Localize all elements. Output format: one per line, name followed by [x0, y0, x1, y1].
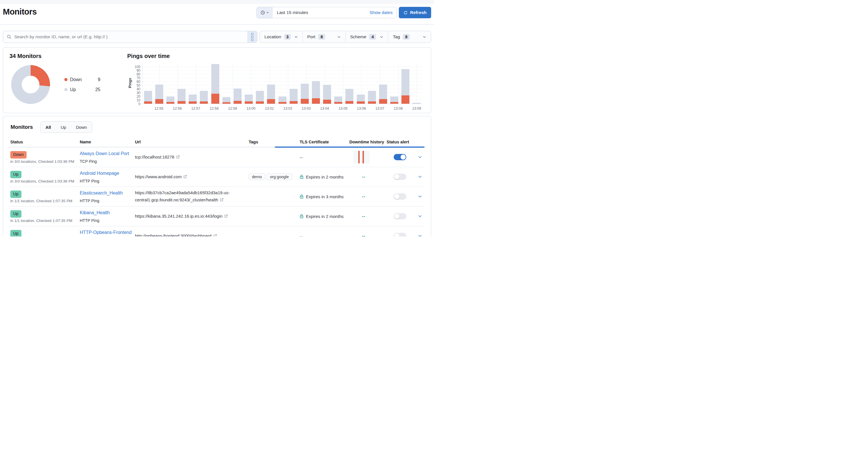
expand-row-button[interactable] [413, 155, 425, 159]
bar-up-segment [211, 64, 219, 94]
bar-down-segment [222, 102, 230, 104]
status-cell: Upin 3/3 locations, Checked 1:03:36 PM [8, 167, 78, 187]
search-box [3, 31, 257, 43]
monitor-url: https://8b37cb7ca2ae49ada54db165f32d3a19… [135, 190, 229, 202]
monitor-url: http://opbeans-frontend:3000/dashboard [135, 233, 217, 236]
external-link-icon[interactable] [213, 234, 217, 236]
status-alert-toggle[interactable] [394, 154, 406, 160]
downtime-bar [363, 151, 364, 163]
ping-bar [345, 89, 353, 104]
downtime-history-cell: -- [347, 214, 384, 219]
bar-up-segment [401, 69, 409, 95]
status-alert-toggle[interactable] [394, 193, 406, 200]
status-alert-cell [384, 213, 413, 219]
filter-tag-button[interactable]: Tag8 [388, 31, 431, 42]
view-tab-up[interactable]: Up [56, 122, 71, 133]
bar-down-segment [144, 101, 152, 104]
status-badge: Up [10, 191, 22, 198]
ping-bar [267, 85, 275, 104]
filter-count-badge: 3 [284, 34, 291, 40]
status-badge: Down [10, 151, 27, 159]
monitor-name-link[interactable]: Always Down Local Port [80, 151, 133, 156]
status-badge: Up [10, 210, 22, 218]
x-tick-label: 13:08 [394, 106, 403, 110]
ping-bar [155, 85, 163, 104]
filter-scheme-button[interactable]: Scheme4 [345, 31, 388, 42]
quick-select-button[interactable] [257, 7, 273, 18]
bar-down-segment [211, 94, 219, 104]
pings-bar-chart [142, 64, 422, 104]
y-tick-label: 30 [137, 91, 141, 95]
monitors-heading: Monitors [10, 124, 33, 130]
bar-up-segment [412, 103, 421, 104]
tags-cell: demoorg:google [247, 174, 298, 180]
external-link-icon[interactable] [220, 198, 224, 202]
url-cell: https://kibana.35.241.242.16.ip.es.io:44… [133, 213, 247, 220]
external-link-icon[interactable] [224, 214, 228, 218]
bar-up-segment [357, 95, 365, 102]
filter-label: Location [265, 34, 281, 39]
status-alert-toggle[interactable] [394, 174, 406, 180]
ping-bar [379, 85, 387, 104]
downtime-bar [358, 151, 360, 163]
external-link-icon[interactable] [183, 175, 187, 178]
status-alert-toggle[interactable] [394, 213, 406, 219]
filter-location-button[interactable]: Location3 [260, 31, 303, 42]
ping-bar [245, 95, 253, 104]
external-link-icon[interactable] [176, 155, 180, 159]
monitors-table: StatusNameUrlTagsTLS CertificateDowntime… [8, 140, 425, 236]
h-gridline [143, 81, 422, 82]
toggle-knob [394, 174, 399, 179]
status-alert-toggle[interactable] [394, 233, 406, 236]
bar-up-segment [368, 91, 376, 102]
downtime-history-cell: -- [347, 233, 384, 236]
y-tick-label: 70 [137, 76, 141, 80]
clock-icon [260, 10, 265, 15]
date-picker[interactable]: Last 15 minutes Show dates [256, 7, 397, 18]
tag-badge: org:google [267, 174, 292, 180]
downtime-empty-value: -- [349, 233, 365, 236]
lock-icon [300, 174, 304, 179]
view-tab-all[interactable]: All [40, 122, 56, 133]
tag-badge: demo [249, 174, 265, 180]
refresh-button[interactable]: Refresh [399, 7, 431, 18]
status-filter-group: AllUpDown [40, 122, 92, 133]
lock-icon [300, 194, 304, 199]
view-tab-down[interactable]: Down [71, 122, 92, 133]
search-input[interactable] [11, 34, 247, 39]
monitor-name-link[interactable]: Elasticsearch_Health [80, 191, 133, 196]
monitor-name-link[interactable]: Kibana_Health [80, 210, 133, 215]
expand-row-button[interactable] [413, 234, 425, 236]
x-tick-label: 13:06 [357, 106, 366, 110]
bar-down-segment [379, 99, 387, 104]
legend-item: Down9 [64, 77, 100, 82]
query-menu-button[interactable] [247, 31, 257, 42]
bar-down-segment [301, 99, 309, 104]
x-axis-ticks: 12:5512:5612:5712:5812:5913:0013:0113:02… [142, 104, 422, 111]
expand-row-button[interactable] [413, 174, 425, 179]
chevron-down-icon [418, 214, 422, 218]
monitor-url: https://kibana.35.241.242.16.ip.es.io:44… [135, 214, 228, 218]
filter-label: Port [307, 34, 315, 39]
time-range-value[interactable]: Last 15 minutes [273, 10, 369, 15]
top-strip [0, 0, 434, 4]
monitor-name-link[interactable]: Android Homepage [80, 171, 133, 176]
show-dates-link[interactable]: Show dates [369, 10, 396, 15]
bar-up-segment [323, 85, 331, 100]
legend-value: 9 [87, 77, 100, 82]
v-gridline [343, 64, 343, 104]
ping-bar [290, 89, 298, 104]
filter-port-button[interactable]: Port8 [303, 31, 345, 42]
ping-bar [401, 69, 409, 104]
monitor-name-link[interactable]: HTTP-Opbeans-Frontend [80, 230, 133, 235]
legend-label: Down [70, 77, 87, 82]
expand-row-button[interactable] [413, 194, 425, 199]
bar-up-segment [278, 97, 286, 102]
bar-up-segment [267, 85, 275, 99]
bar-down-segment [234, 101, 242, 104]
x-tick-label: 12:57 [191, 106, 200, 110]
table-row: Upin 3/3 locations, Checked 1:03:36 PMAn… [8, 167, 425, 187]
expand-row-button[interactable] [413, 214, 425, 218]
chevron-down-icon [380, 35, 383, 39]
legend-dot-icon [64, 88, 67, 91]
